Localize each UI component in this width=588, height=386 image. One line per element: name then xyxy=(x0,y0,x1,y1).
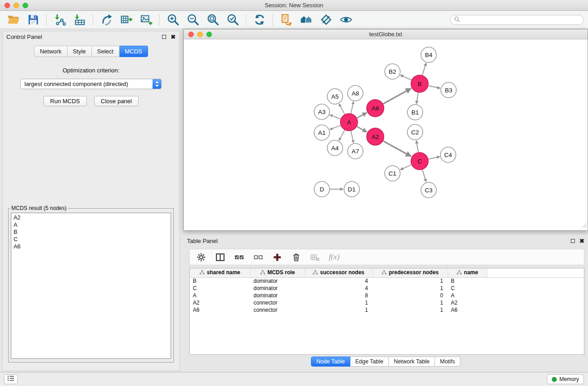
edge-B-B2[interactable] xyxy=(400,75,411,80)
settings-icon[interactable] xyxy=(196,252,206,262)
node-A[interactable]: A xyxy=(340,114,358,131)
close-window-button[interactable] xyxy=(5,3,10,8)
delete-row-icon[interactable] xyxy=(291,252,301,262)
table-cell[interactable]: B xyxy=(190,277,250,285)
node-C3[interactable]: C3 xyxy=(421,182,436,198)
table-cell[interactable]: dominator xyxy=(250,285,305,292)
node-B3[interactable]: B3 xyxy=(441,82,456,98)
tab-style[interactable]: Style xyxy=(67,46,92,57)
column-header-successor-nodes[interactable]: successor nodes xyxy=(305,268,373,277)
run-mcds-button[interactable]: Run MCDS xyxy=(43,96,87,106)
mcds-result-list[interactable]: A2ABCA6 xyxy=(11,213,171,359)
export-network-icon[interactable] xyxy=(100,14,113,26)
table-cell[interactable]: connector xyxy=(250,306,305,314)
first-neighbors-icon[interactable] xyxy=(280,14,292,26)
tab-mcds[interactable]: MCDS xyxy=(120,46,148,57)
close-panel-icon[interactable]: ✖ xyxy=(171,35,176,39)
column-header-name[interactable]: name xyxy=(448,268,487,277)
table-cell[interactable]: A xyxy=(448,292,487,299)
node-D[interactable]: D xyxy=(314,181,330,197)
edge-C-C4[interactable] xyxy=(429,157,440,159)
table-cell[interactable]: C xyxy=(190,285,250,292)
export-image-icon[interactable] xyxy=(140,14,153,26)
table-cell[interactable]: connector xyxy=(250,299,305,306)
edge-A-A7[interactable] xyxy=(351,131,354,143)
close-table-panel-icon[interactable]: ✖ xyxy=(579,239,584,243)
edge-B-B4[interactable] xyxy=(422,63,426,75)
network-close-button[interactable] xyxy=(188,32,194,37)
node-C[interactable]: C xyxy=(411,152,428,170)
mcds-result-item[interactable]: A xyxy=(14,221,168,229)
column-header-shared-name[interactable]: shared name xyxy=(190,268,250,277)
network-zoom-button[interactable] xyxy=(206,32,212,37)
unselect-all-icon[interactable] xyxy=(253,252,263,262)
node-A6[interactable]: A6 xyxy=(367,100,384,117)
zoom-in-icon[interactable] xyxy=(167,14,179,26)
node-B1[interactable]: B1 xyxy=(407,105,423,120)
import-table-from-file-icon[interactable] xyxy=(73,14,86,26)
edge-B-B1[interactable] xyxy=(416,93,418,104)
mcds-result-item[interactable]: A6 xyxy=(14,243,168,250)
table-row[interactable]: Adominator80A xyxy=(190,292,584,299)
edge-A2-C[interactable] xyxy=(383,141,411,157)
minimize-window-button[interactable] xyxy=(14,3,19,8)
search-box[interactable] xyxy=(450,15,584,25)
select-all-icon[interactable] xyxy=(234,252,244,262)
edge-A-A2[interactable] xyxy=(357,127,367,132)
table-cell[interactable]: 1 xyxy=(373,285,448,292)
edge-C-C3[interactable] xyxy=(422,170,426,182)
add-row-icon[interactable] xyxy=(272,252,282,262)
tab-network[interactable]: Network xyxy=(34,46,67,57)
table-tab-node-table[interactable]: Node Table xyxy=(311,357,350,367)
apply-layout-icon[interactable] xyxy=(253,14,266,26)
table-cell[interactable]: 0 xyxy=(373,292,448,299)
table-cell[interactable]: A2 xyxy=(190,299,250,306)
node-D1[interactable]: D1 xyxy=(344,181,359,197)
node-A5[interactable]: A5 xyxy=(327,89,343,104)
show-hide-panel-icon[interactable] xyxy=(339,14,352,26)
node-B[interactable]: B xyxy=(411,75,428,92)
table-cell[interactable]: 8 xyxy=(305,292,373,299)
float-panel-icon[interactable] xyxy=(162,35,166,39)
edge-C-C2[interactable] xyxy=(416,141,418,152)
table-row[interactable]: Bdominator41B xyxy=(190,277,584,285)
edge-A-A4[interactable] xyxy=(339,130,345,141)
edge-A-A1[interactable] xyxy=(330,125,340,129)
node-A8[interactable]: A8 xyxy=(348,86,363,101)
table-cell[interactable]: B xyxy=(448,277,487,285)
save-session-icon[interactable] xyxy=(27,14,39,26)
home-icon[interactable] xyxy=(300,14,312,26)
node-B4[interactable]: B4 xyxy=(421,47,436,62)
node-C1[interactable]: C1 xyxy=(385,166,400,181)
close-panel-button[interactable]: Close panel xyxy=(94,96,139,106)
node-A2[interactable]: A2 xyxy=(367,128,384,145)
table-cell[interactable]: A xyxy=(190,292,250,299)
node-A4[interactable]: A4 xyxy=(327,140,343,156)
node-A3[interactable]: A3 xyxy=(314,104,330,119)
graphics-details-icon[interactable] xyxy=(320,14,332,26)
float-table-panel-icon[interactable] xyxy=(571,239,575,243)
zoom-fit-content-icon[interactable] xyxy=(206,14,219,26)
table-cell[interactable]: 1 xyxy=(305,306,373,314)
edge-C-C1[interactable] xyxy=(400,165,411,170)
edge-A-A5[interactable] xyxy=(339,104,345,114)
table-cell[interactable]: 4 xyxy=(305,277,373,285)
search-input[interactable] xyxy=(462,17,580,24)
tab-select[interactable]: Select xyxy=(92,46,120,57)
edge-B-B3[interactable] xyxy=(429,86,440,88)
table-tab-edge-table[interactable]: Edge Table xyxy=(350,357,389,367)
table-cell[interactable]: dominator xyxy=(250,292,305,299)
table-cell[interactable]: dominator xyxy=(250,277,305,285)
network-minimize-button[interactable] xyxy=(197,32,203,37)
edge-A-A3[interactable] xyxy=(330,115,340,119)
resize-grip-icon[interactable] xyxy=(582,222,587,230)
table-row[interactable]: A6connector11A6 xyxy=(190,306,584,314)
edge-A-A8[interactable] xyxy=(351,101,354,113)
zoom-selected-icon[interactable] xyxy=(226,14,239,26)
mcds-result-item[interactable]: A2 xyxy=(14,214,168,221)
table-cell[interactable]: A6 xyxy=(190,306,250,314)
table-cell[interactable]: 1 xyxy=(373,299,448,306)
table-tab-motifs[interactable]: Motifs xyxy=(435,357,460,367)
criterion-dropdown[interactable]: largest connected component (directed) xyxy=(20,79,162,89)
node-B2[interactable]: B2 xyxy=(385,64,400,79)
